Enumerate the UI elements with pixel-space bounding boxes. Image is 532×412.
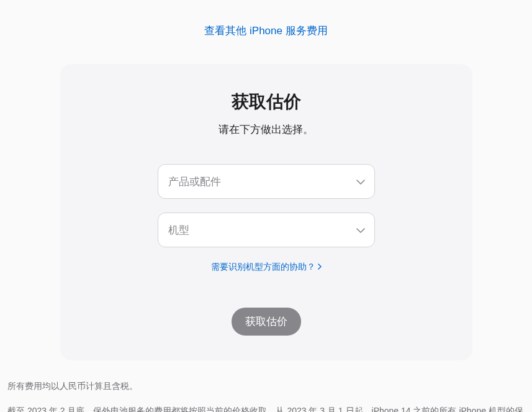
card-subtitle: 请在下方做出选择。 [85, 122, 448, 137]
product-select[interactable]: 产品或配件 [158, 164, 375, 199]
card-title: 获取估价 [85, 90, 448, 114]
help-link-text: 需要识别机型方面的协助？ [211, 262, 315, 273]
footer-line-1: 所有费用均以人民币计算且含税。 [7, 379, 525, 394]
estimate-card: 获取估价 请在下方做出选择。 产品或配件 机型 需要识别机型方面 [60, 64, 472, 360]
model-select-placeholder: 机型 [168, 223, 189, 237]
chevron-right-icon [318, 263, 322, 272]
help-link[interactable]: 需要识别机型方面的协助？ [211, 262, 322, 273]
model-select-wrapper: 机型 [158, 213, 375, 247]
top-link-wrapper: 查看其他 iPhone 服务费用 [6, 0, 526, 64]
footer-text: 所有费用均以人民币计算且含税。 截至 2023 年 2 月底，保外电池服务的费用… [6, 379, 526, 412]
get-estimate-button[interactable]: 获取估价 [232, 308, 301, 336]
product-select-wrapper: 产品或配件 [158, 164, 375, 199]
other-services-link[interactable]: 查看其他 iPhone 服务费用 [204, 25, 327, 37]
footer-line-2: 截至 2023 年 2 月底，保外电池服务的费用都将按照当前的价格收取。从 20… [7, 404, 525, 412]
footer-line-2-text: 截至 2023 年 2 月底，保外电池服务的费用都将按照当前的价格收取。从 20… [7, 406, 523, 412]
model-select[interactable]: 机型 [158, 213, 375, 247]
product-select-placeholder: 产品或配件 [168, 175, 221, 189]
